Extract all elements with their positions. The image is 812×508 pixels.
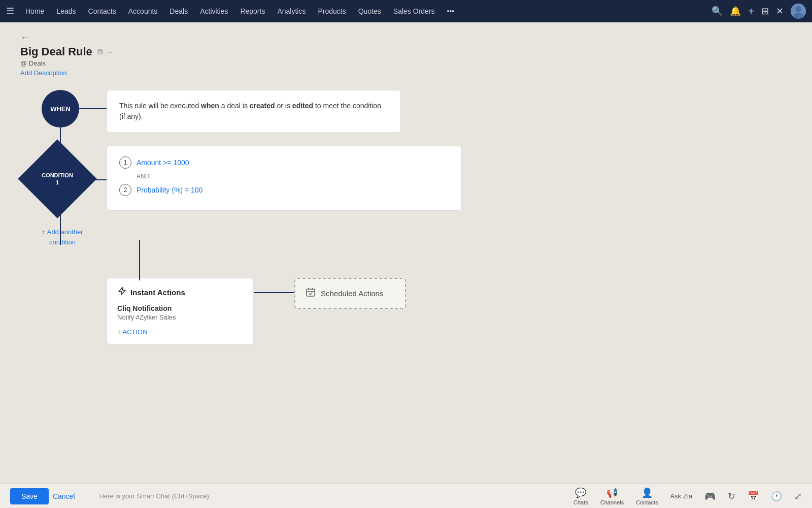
svg-point-1 bbox=[795, 6, 801, 12]
hamburger-menu[interactable]: ☰ bbox=[6, 6, 14, 17]
condition-1-text[interactable]: Amount >= 1000 bbox=[137, 158, 189, 167]
nav-analytics[interactable]: Analytics bbox=[272, 4, 311, 18]
action-item-name: Cliq Notification bbox=[117, 304, 243, 312]
channels-icon: 📢 bbox=[606, 487, 618, 498]
chat-icon: 💬 bbox=[575, 487, 586, 498]
calendar-icon[interactable]: 📅 bbox=[748, 491, 759, 502]
search-icon[interactable]: 🔍 bbox=[712, 6, 723, 17]
scheduled-actions-box[interactable]: Scheduled Actions bbox=[294, 278, 406, 309]
contacts-footer-button[interactable]: 👤 Contacts bbox=[636, 487, 658, 505]
top-navigation: ☰ Home Leads Contacts Accounts Deals Act… bbox=[0, 0, 812, 22]
condition-box: 1 Amount >= 1000 AND 2 Probability (%) =… bbox=[107, 146, 462, 211]
lightning-icon bbox=[117, 287, 126, 298]
condition-row-2: 2 Probability (%) = 100 bbox=[119, 184, 449, 196]
add-description-link[interactable]: Add Description bbox=[20, 69, 792, 77]
scheduled-title: Scheduled Actions bbox=[321, 289, 383, 298]
nav-deals[interactable]: Deals bbox=[164, 4, 193, 18]
nav-accounts[interactable]: Accounts bbox=[123, 4, 163, 18]
add-condition-button[interactable]: + Add another condition bbox=[35, 227, 90, 247]
cancel-button[interactable]: Cancel bbox=[53, 492, 75, 500]
condition-label: CONDITION1 bbox=[29, 151, 85, 207]
page-header: ← Big Deal Rule ⧉ ··· @ Deals Add Descri… bbox=[20, 33, 792, 77]
when-node[interactable]: WHEN bbox=[42, 90, 79, 128]
chats-button[interactable]: 💬 Chats bbox=[573, 487, 588, 505]
nav-quotes[interactable]: Quotes bbox=[353, 4, 386, 18]
contacts-icon: 👤 bbox=[641, 487, 653, 498]
nav-more[interactable]: ••• bbox=[442, 4, 460, 18]
expand-icon[interactable]: ⤢ bbox=[794, 491, 802, 502]
nav-reports[interactable]: Reports bbox=[235, 4, 270, 18]
nav-sales-orders[interactable]: Sales Orders bbox=[388, 4, 440, 18]
gamepad-icon[interactable]: 🎮 bbox=[704, 491, 716, 502]
nav-products[interactable]: Products bbox=[313, 4, 351, 18]
nav-activities[interactable]: Activities bbox=[195, 4, 233, 18]
notification-icon[interactable]: 🔔 bbox=[730, 6, 741, 17]
clock-icon[interactable]: 🕐 bbox=[771, 491, 782, 502]
settings-icon[interactable]: ✕ bbox=[776, 6, 784, 17]
add-action-button[interactable]: + ACTION bbox=[117, 328, 243, 336]
svg-rect-8 bbox=[307, 289, 315, 296]
bottom-action-bar: Save Cancel Here is your Smart Chat (Ctr… bbox=[0, 484, 812, 508]
smart-chat-hint: Here is your Smart Chat (Ctrl+Space) bbox=[99, 492, 209, 500]
page-subtitle: @ Deals bbox=[20, 59, 792, 67]
action-item-desc: Notify #Zylker Sales bbox=[117, 313, 243, 321]
refresh-icon[interactable]: ↻ bbox=[728, 491, 735, 502]
flow-canvas: WHEN This rule will be executed when a d… bbox=[20, 85, 792, 369]
condition-row-1: 1 Amount >= 1000 bbox=[119, 156, 449, 169]
scheduled-icon bbox=[306, 287, 316, 300]
more-options-icon[interactable]: ··· bbox=[106, 47, 113, 56]
page-title: Big Deal Rule bbox=[20, 45, 92, 58]
condition-number-1: 1 bbox=[119, 156, 131, 169]
add-icon[interactable]: + bbox=[748, 6, 754, 17]
instant-actions-box: Instant Actions Cliq Notification Notify… bbox=[107, 278, 254, 344]
main-content: ← Big Deal Rule ⧉ ··· @ Deals Add Descri… bbox=[0, 22, 812, 484]
condition-2-text[interactable]: Probability (%) = 100 bbox=[137, 186, 202, 194]
grid-icon[interactable]: ⊞ bbox=[761, 6, 769, 17]
user-avatar[interactable] bbox=[791, 4, 806, 19]
nav-contacts[interactable]: Contacts bbox=[83, 4, 121, 18]
ask-zia-button[interactable]: Ask Zia bbox=[670, 492, 692, 500]
condition-and-label: AND bbox=[137, 173, 449, 180]
condition-number-2: 2 bbox=[119, 184, 131, 196]
horizontal-connector bbox=[254, 292, 294, 293]
when-description-box: This rule will be executed when a deal i… bbox=[107, 90, 401, 133]
back-button[interactable]: ← bbox=[20, 33, 29, 43]
action-area: Instant Actions Cliq Notification Notify… bbox=[107, 278, 406, 344]
channels-button[interactable]: 📢 Channels bbox=[600, 487, 624, 505]
copy-icon[interactable]: ⧉ bbox=[97, 47, 103, 56]
nav-home[interactable]: Home bbox=[20, 4, 49, 18]
save-button[interactable]: Save bbox=[10, 488, 49, 504]
instant-actions-title: Instant Actions bbox=[117, 287, 243, 298]
nav-leads[interactable]: Leads bbox=[51, 4, 81, 18]
